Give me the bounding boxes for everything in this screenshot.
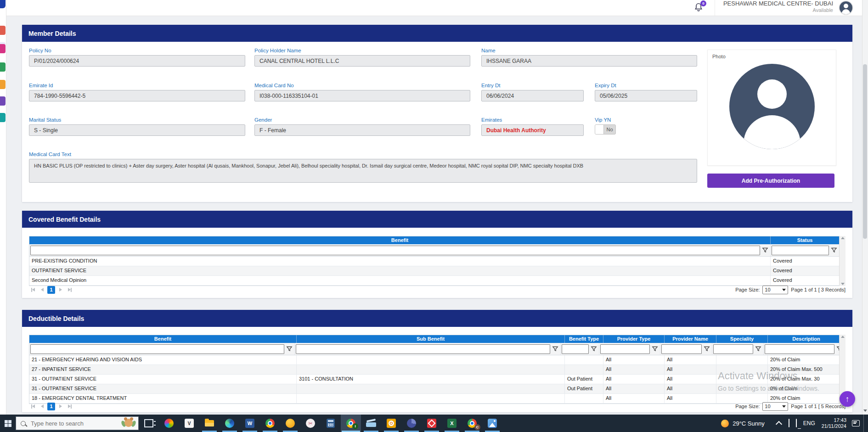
calculator-icon[interactable]: [321, 415, 341, 432]
claims-icon[interactable]: [0, 80, 6, 89]
search-highlight-image[interactable]: [121, 417, 136, 430]
first-page-button[interactable]: [29, 286, 37, 294]
word-icon[interactable]: W: [240, 415, 260, 432]
pie-app-icon[interactable]: [401, 415, 422, 432]
task-view-icon[interactable]: [139, 415, 159, 432]
vision-app-icon[interactable]: V: [179, 415, 199, 432]
page-scrollbar[interactable]: [862, 0, 868, 415]
column-header-benefit[interactable]: Benefit: [29, 335, 297, 343]
weather-sun-icon[interactable]: [721, 420, 729, 427]
filter-funnel-icon[interactable]: [551, 345, 559, 353]
expiry-dt-field[interactable]: 05/06/2025: [595, 90, 697, 101]
benefit-type-filter-input[interactable]: [562, 344, 589, 354]
emirates-field[interactable]: Dubai Health Authority: [481, 124, 584, 136]
benefit-filter-input[interactable]: [30, 344, 284, 354]
scroll-down-icon[interactable]: [863, 410, 867, 412]
m365-icon[interactable]: [280, 415, 300, 432]
excel-icon[interactable]: X: [442, 415, 462, 432]
member-card-icon[interactable]: [0, 44, 6, 53]
prev-page-button[interactable]: [38, 403, 46, 410]
snipping-tool-icon[interactable]: ✂: [300, 415, 321, 432]
medical-card-text-field[interactable]: HN BASIC PLUS (OP restricted to clinics)…: [29, 159, 697, 183]
add-preauthorization-button[interactable]: Add Pre-Authorization: [707, 174, 834, 188]
scroll-up-icon[interactable]: [841, 336, 845, 338]
scroll-up-icon[interactable]: [841, 237, 845, 239]
filter-funnel-icon[interactable]: [830, 246, 838, 254]
next-page-button[interactable]: [56, 286, 64, 294]
user-avatar[interactable]: [840, 1, 852, 14]
column-header-sub-benefit[interactable]: Sub Benefit: [297, 335, 565, 343]
current-page-button[interactable]: 1: [47, 403, 55, 410]
chrome-icon[interactable]: [260, 415, 280, 432]
table-row[interactable]: 27 - INPATIENT SERVICEAllAll20% of Claim…: [29, 365, 845, 375]
prev-page-button[interactable]: [38, 286, 46, 294]
filter-funnel-icon[interactable]: [590, 345, 598, 353]
show-desktop-button[interactable]: [863, 415, 866, 432]
gender-field[interactable]: F - Female: [254, 124, 470, 136]
filter-funnel-icon[interactable]: [754, 345, 762, 353]
description-filter-input[interactable]: [765, 344, 834, 354]
notification-bell-icon[interactable]: 0: [693, 2, 705, 14]
scrollbar-thumb[interactable]: [863, 64, 867, 239]
table-row[interactable]: OUTPATIENT SERVICECovered: [29, 266, 845, 276]
search-input[interactable]: [30, 420, 121, 427]
anydesk-icon[interactable]: [422, 415, 442, 432]
network-icon[interactable]: [796, 419, 797, 427]
policy-holder-field[interactable]: CANAL CENTRAL HOTEL L.L.C: [254, 55, 470, 67]
next-page-button[interactable]: [56, 403, 64, 410]
table-row[interactable]: Second Medical OpinionCovered: [29, 276, 845, 286]
filter-funnel-icon[interactable]: [761, 246, 769, 254]
approvals-icon[interactable]: [0, 62, 6, 72]
benefit-filter-input[interactable]: [30, 246, 760, 255]
name-field[interactable]: IHSSANE GARAA: [481, 55, 697, 67]
scanner-icon[interactable]: [361, 415, 381, 432]
outlook-icon[interactable]: O: [381, 415, 401, 432]
provider-type-filter-input[interactable]: [600, 344, 650, 354]
photos-icon[interactable]: [482, 415, 502, 432]
table-row[interactable]: 31 - OUTPATIENT SERVICE3101 - CONSULTATI…: [29, 375, 845, 384]
column-header-benefit[interactable]: Benefit: [29, 236, 771, 244]
policy-no-field[interactable]: P/01/2024/000624: [29, 55, 245, 67]
column-header-provider-name[interactable]: Provider Name: [665, 335, 716, 343]
start-icon[interactable]: [0, 415, 16, 432]
file-explorer-icon[interactable]: [199, 415, 220, 432]
marital-status-field[interactable]: S - Single: [29, 124, 245, 136]
taskbar-clock[interactable]: 17:43 21/11/2024: [822, 417, 846, 429]
table-row[interactable]: PRE-EXISTING CONDITIONCovered: [29, 257, 845, 266]
tray-expand-icon[interactable]: [776, 421, 782, 427]
entry-dt-field[interactable]: 06/06/2024: [481, 90, 584, 101]
column-header-benefit-type[interactable]: Benefit Type: [565, 335, 603, 343]
language-indicator[interactable]: ENG: [803, 420, 815, 426]
column-header-provider-type[interactable]: Provider Type: [603, 335, 665, 343]
provider-name-filter-input[interactable]: [661, 344, 702, 354]
chrome-active-icon[interactable]: I: [341, 415, 361, 432]
emirate-id-field[interactable]: 784-1990-5596442-5: [29, 90, 245, 101]
status-filter-input[interactable]: [772, 246, 829, 255]
home-icon[interactable]: [0, 26, 6, 35]
medical-card-no-field[interactable]: I038-000-116335104-01: [254, 90, 470, 101]
column-header-description[interactable]: Description: [768, 335, 845, 343]
scroll-down-icon[interactable]: [841, 283, 845, 285]
filter-funnel-icon[interactable]: [703, 345, 711, 353]
sync-icon[interactable]: [789, 419, 789, 427]
first-page-button[interactable]: [29, 403, 37, 410]
last-page-button[interactable]: [66, 403, 73, 410]
table-row[interactable]: 31 - OUTPATIENT SERVICEOut PatientAllAll…: [29, 384, 845, 394]
last-page-button[interactable]: [66, 286, 73, 294]
edge-icon[interactable]: [220, 415, 240, 432]
page-size-select[interactable]: 10: [762, 286, 788, 294]
filter-funnel-icon[interactable]: [285, 345, 293, 353]
speciality-filter-input[interactable]: [713, 344, 753, 354]
column-header-status[interactable]: Status: [771, 236, 840, 244]
refresh-icon[interactable]: [0, 113, 6, 122]
vip-toggle[interactable]: No: [595, 124, 616, 135]
column-header-speciality[interactable]: Speciality: [716, 335, 768, 343]
sub-benefit-filter-input[interactable]: [296, 344, 551, 354]
weather-text[interactable]: 29°C Sunny: [733, 420, 765, 427]
scroll-to-top-button[interactable]: ↑: [840, 391, 855, 407]
current-page-button[interactable]: 1: [47, 286, 55, 294]
copilot-icon[interactable]: [159, 415, 179, 432]
page-size-select[interactable]: 10: [762, 402, 788, 411]
taskbar-search[interactable]: [16, 416, 139, 430]
table-scrollbar[interactable]: [839, 236, 845, 286]
